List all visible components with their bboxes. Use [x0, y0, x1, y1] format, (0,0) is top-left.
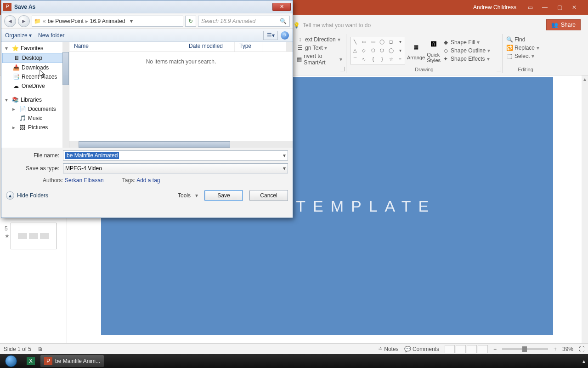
align-text-icon: ☰ — [297, 45, 303, 51]
dialog-title-bar[interactable]: P Save As ✕ — [1, 0, 293, 13]
align-text-button[interactable]: ☰gn Text ▾ — [297, 44, 327, 52]
thumbnail-number: 5 — [5, 225, 8, 232]
slideshow-view-button[interactable] — [478, 345, 488, 353]
refresh-button[interactable]: ↻ — [185, 16, 196, 27]
user-name: Andrew Childress — [473, 4, 516, 11]
close-icon[interactable]: ✕ — [568, 3, 581, 12]
shapes-gallery[interactable]: ╲▭▭◯◻▾ △◇⬠⬡◯▾ ⌒∿{}☆≡ — [350, 37, 405, 64]
saveastype-combo[interactable]: MPEG-4 Video ▾ — [63, 163, 288, 173]
column-type[interactable]: Type — [235, 42, 262, 52]
column-date[interactable]: Date modified — [184, 42, 235, 52]
quick-styles-button[interactable]: 🅰 Quick Styles — [427, 38, 441, 63]
zoom-slider-thumb[interactable] — [522, 346, 527, 352]
paragraph-dialog-launcher-icon[interactable] — [340, 67, 345, 71]
tree-pictures[interactable]: ▸🖼Pictures — [2, 123, 68, 132]
filename-input[interactable]: be Mainfile Animated ▾ — [63, 150, 288, 161]
reading-view-button[interactable] — [467, 345, 477, 353]
powerpoint-file-icon: P — [3, 3, 11, 11]
column-name[interactable]: Name — [69, 42, 184, 52]
tell-me-search[interactable]: 💡 Tell me what you want to do — [293, 22, 371, 29]
vertical-scrollbar[interactable]: ▴ — [582, 75, 588, 349]
arrange-button[interactable]: ▦ Arrange — [407, 40, 425, 60]
view-options-button[interactable]: ☰▾ — [263, 31, 278, 40]
show-hidden-icons[interactable]: ▴ — [580, 358, 588, 364]
zoom-slider[interactable] — [502, 348, 548, 350]
text-direction-button[interactable]: ↕ext Direction ▾ — [297, 36, 340, 43]
maximize-icon[interactable]: ▢ — [553, 3, 566, 12]
share-button[interactable]: 👥 Share — [546, 19, 581, 30]
search-input[interactable]: Search 16.9 Animated 🔍 — [198, 16, 290, 27]
select-button[interactable]: ⬚Select ▾ — [506, 52, 534, 60]
tree-favorites[interactable]: ▾⭐Favorites — [2, 44, 68, 53]
tree-documents[interactable]: ▸📄Documents — [2, 104, 68, 114]
spell-check-icon[interactable]: 🗎 — [38, 346, 43, 352]
replace-button[interactable]: 🔁Replace ▾ — [506, 44, 539, 52]
nav-forward-button[interactable]: ► — [18, 15, 30, 27]
file-list-header[interactable]: Name Date modified Type — [69, 42, 293, 52]
authors-label: Authors: — [43, 177, 63, 184]
animation-star-icon: ★ — [5, 233, 10, 239]
new-folder-button[interactable]: New folder — [38, 32, 64, 39]
taskbar-powerpoint[interactable]: Pbe Mainfile Anim... — [40, 355, 104, 367]
replace-icon: 🔁 — [506, 45, 513, 51]
saveastype-dropdown-icon[interactable]: ▾ — [283, 165, 286, 172]
star-icon: ⭐ — [11, 45, 19, 52]
zoom-in-button[interactable]: + — [554, 346, 557, 352]
dialog-title: Save As — [14, 4, 35, 10]
windows-orb-icon — [5, 355, 17, 367]
pictures-icon: 🖼 — [19, 124, 26, 131]
notes-button[interactable]: ≐ Notes — [378, 346, 399, 352]
onedrive-icon: ☁ — [12, 82, 20, 90]
tags-value[interactable]: Add a tag — [136, 177, 160, 184]
shape-fill-icon: ◆ — [442, 39, 449, 46]
file-hscroll-thumb[interactable] — [79, 141, 230, 148]
tree-desktop[interactable]: 🖥Desktop — [2, 53, 68, 63]
breadcrumb-overflow[interactable]: « — [43, 18, 46, 24]
shape-effects-button[interactable]: ✦Shape Effects ▾ — [442, 55, 490, 63]
drawing-dialog-launcher-icon[interactable] — [497, 67, 501, 71]
zoom-out-button[interactable]: − — [493, 346, 497, 352]
slide-thumbnail[interactable] — [11, 223, 57, 249]
scroll-up-icon[interactable]: ▴ — [582, 75, 588, 83]
breadcrumb-item[interactable]: 16.9 Animated — [90, 18, 125, 24]
taskbar-excel[interactable]: X — [23, 355, 39, 367]
normal-view-button[interactable] — [445, 345, 455, 353]
downloads-icon: 📥 — [12, 64, 20, 71]
cancel-button[interactable]: Cancel — [249, 190, 288, 201]
breadcrumb-item[interactable]: be PowerPoint — [48, 18, 84, 24]
tools-menu[interactable]: Tools ▾ — [178, 192, 198, 199]
hide-folders-button[interactable]: ▴ Hide Folders — [6, 191, 48, 200]
shape-outline-button[interactable]: ◇Shape Outline ▾ — [442, 47, 490, 54]
save-as-dialog: P Save As ✕ ◄ ► 📁 « be PowerPoint ▸ 16.9… — [1, 0, 293, 221]
dialog-close-button[interactable]: ✕ — [272, 3, 291, 11]
organize-menu[interactable]: Organize ▾ — [5, 32, 32, 39]
address-dropdown-button[interactable]: ▾ — [127, 16, 135, 26]
tree-downloads[interactable]: 📥Downloads — [2, 63, 68, 72]
shape-fill-button[interactable]: ◆Shape Fill ▾ — [442, 39, 490, 46]
shape-effects-icon: ✦ — [442, 56, 449, 62]
filename-dropdown-icon[interactable]: ▾ — [283, 152, 286, 159]
tree-music[interactable]: 🎵Music — [2, 114, 68, 123]
tree-onedrive[interactable]: ☁OneDrive — [2, 81, 68, 91]
tree-recent-places[interactable]: 📑Recent Places — [2, 72, 68, 81]
minimize-icon[interactable]: — — [538, 3, 551, 12]
find-button[interactable]: 🔍Find — [506, 36, 525, 43]
select-icon: ⬚ — [506, 53, 513, 59]
file-vscroll[interactable] — [286, 42, 293, 52]
start-button[interactable] — [0, 354, 22, 368]
convert-smartart-button[interactable]: ▦nvert to SmartArt ▾ — [297, 52, 342, 66]
authors-value[interactable]: Serkan Elbasan — [65, 177, 104, 184]
comments-button[interactable]: 💬 Comments — [404, 346, 439, 352]
address-bar[interactable]: 📁 « be PowerPoint ▸ 16.9 Animated ▾ — [32, 16, 183, 27]
tree-libraries[interactable]: ▾📚Libraries — [2, 95, 68, 104]
nav-back-button[interactable]: ◄ — [4, 15, 16, 27]
sorter-view-button[interactable] — [456, 345, 466, 353]
fit-to-window-button[interactable]: ⛶ — [579, 346, 584, 352]
help-icon[interactable]: ? — [281, 31, 289, 40]
zoom-level[interactable]: 39% — [562, 346, 573, 352]
quick-styles-icon: 🅰 — [427, 38, 440, 51]
save-button[interactable]: Save — [204, 190, 243, 201]
desktop-icon: 🖥 — [13, 54, 20, 62]
ribbon-display-options-icon[interactable]: ▭ — [524, 3, 537, 12]
tree-scroll-thumb[interactable] — [62, 52, 69, 85]
